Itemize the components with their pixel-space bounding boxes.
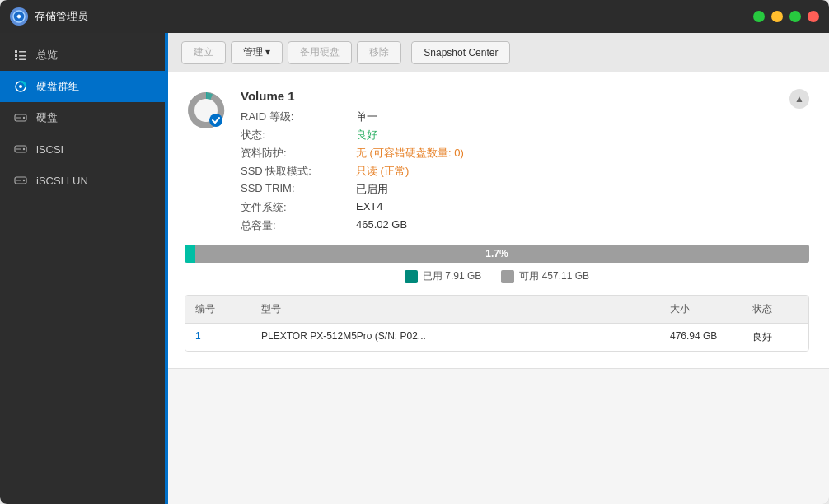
volume-properties: RAID 等级: 单一 状态: 良好 资料防护: 无 (可容错硬盘数量: 0) … xyxy=(241,110,776,233)
main-content: 总览 硬盘群组 xyxy=(0,33,829,504)
fullscreen-button[interactable] xyxy=(789,11,801,22)
sidebar-item-volume-group[interactable]: 硬盘群组 xyxy=(0,71,165,102)
sidebar-label-hdd: 硬盘 xyxy=(36,110,58,125)
cell-model: PLEXTOR PX-512M5Pro (S/N: P02... xyxy=(251,324,660,351)
col-header-status: 状态 xyxy=(742,296,808,323)
progress-legend: 已用 7.91 GB 可用 457.11 GB xyxy=(185,269,809,283)
maximize-button[interactable] xyxy=(771,11,783,22)
svg-point-14 xyxy=(23,148,25,150)
col-header-size: 大小 xyxy=(660,296,742,323)
prop-label-1: 状态: xyxy=(241,128,356,142)
svg-rect-3 xyxy=(19,51,26,53)
create-button[interactable]: 建立 xyxy=(181,41,226,64)
content-area: Volume 1 RAID 等级: 单一 状态: 良好 资料防护: 无 (可 xyxy=(168,72,829,504)
sidebar: 总览 硬盘群组 xyxy=(0,33,165,504)
progress-label: 1.7% xyxy=(485,248,508,259)
progress-bar: 1.7% xyxy=(185,245,809,263)
col-header-model: 型号 xyxy=(251,296,660,323)
collapse-button[interactable]: ▲ xyxy=(789,89,809,109)
prop-value-6: 465.02 GB xyxy=(356,218,776,233)
table-row: 1 PLEXTOR PX-512M5Pro (S/N: P02... 476.9… xyxy=(185,324,808,351)
progress-section: 1.7% 已用 7.91 GB 可用 457.11 GB xyxy=(185,245,809,283)
app-window: 存储管理员 总览 xyxy=(0,0,829,504)
prop-label-5: 文件系统: xyxy=(241,200,356,215)
prop-value-0: 单一 xyxy=(356,110,776,124)
app-title: 存储管理员 xyxy=(35,9,88,24)
svg-rect-6 xyxy=(15,58,17,60)
cell-size: 476.94 GB xyxy=(660,324,742,351)
legend-free: 可用 457.11 GB xyxy=(501,269,589,283)
prop-label-0: RAID 等级: xyxy=(241,110,356,124)
svg-point-21 xyxy=(209,114,222,127)
disk-table: 编号 型号 大小 状态 1 PLEXTOR PX-512M5Pro (S/N: … xyxy=(185,295,809,352)
manage-button[interactable]: 管理 ▾ xyxy=(231,41,283,64)
minimize-button[interactable] xyxy=(753,11,765,22)
prop-label-2: 资料防护: xyxy=(241,146,356,161)
toolbar: 建立 管理 ▾ 备用硬盘 移除 Snapshot Center xyxy=(168,33,829,72)
svg-rect-2 xyxy=(15,50,17,53)
app-icon xyxy=(10,7,28,26)
right-panel: 建立 管理 ▾ 备用硬盘 移除 Snapshot Center xyxy=(168,33,829,504)
backup-hdd-button[interactable]: 备用硬盘 xyxy=(288,41,352,64)
used-label: 已用 7.91 GB xyxy=(423,269,481,283)
free-label: 可用 457.11 GB xyxy=(519,269,589,283)
iscsi-icon xyxy=(13,142,28,156)
cell-status: 良好 xyxy=(742,324,808,351)
close-button[interactable] xyxy=(808,11,819,22)
used-color-swatch xyxy=(405,270,418,283)
svg-rect-7 xyxy=(19,59,26,61)
iscsi-lun-icon xyxy=(13,173,28,188)
disk-table-header: 编号 型号 大小 状态 xyxy=(185,296,808,324)
prop-value-3: 只读 (正常) xyxy=(356,164,776,179)
volume-title: Volume 1 xyxy=(241,89,776,103)
svg-point-1 xyxy=(17,15,21,18)
window-controls xyxy=(753,11,819,22)
svg-point-9 xyxy=(19,85,22,88)
snapshot-center-button[interactable]: Snapshot Center xyxy=(411,41,510,64)
svg-rect-5 xyxy=(19,55,26,57)
sidebar-item-hdd[interactable]: 硬盘 xyxy=(0,102,165,133)
legend-used: 已用 7.91 GB xyxy=(405,269,481,283)
volume-group-icon xyxy=(13,79,28,94)
sidebar-label-volume-group: 硬盘群组 xyxy=(36,79,79,94)
prop-value-1: 良好 xyxy=(356,128,776,142)
prop-value-5: EXT4 xyxy=(356,200,776,215)
list-icon xyxy=(13,48,28,63)
sidebar-label-iscsi-lun: iSCSI LUN xyxy=(36,175,88,187)
prop-value-4: 已启用 xyxy=(356,182,776,197)
volume-info: Volume 1 RAID 等级: 单一 状态: 良好 资料防护: 无 (可 xyxy=(241,89,776,233)
sidebar-label-iscsi: iSCSI xyxy=(36,143,63,156)
cell-number[interactable]: 1 xyxy=(185,324,251,351)
col-header-number: 编号 xyxy=(185,296,251,323)
prop-label-3: SSD 快取模式: xyxy=(241,164,356,179)
prop-label-6: 总容量: xyxy=(241,218,356,233)
hdd-icon xyxy=(13,110,28,125)
prop-value-2: 无 (可容错硬盘数量: 0) xyxy=(356,146,776,161)
svg-point-17 xyxy=(23,180,25,181)
svg-rect-4 xyxy=(15,54,17,57)
volume-icon xyxy=(185,89,227,132)
sidebar-item-iscsi-lun[interactable]: iSCSI LUN xyxy=(0,165,165,196)
sidebar-item-iscsi[interactable]: iSCSI xyxy=(0,133,165,165)
prop-label-4: SSD TRIM: xyxy=(241,182,356,197)
free-color-swatch xyxy=(501,270,514,283)
sidebar-label-overview: 总览 xyxy=(36,48,58,63)
title-bar: 存储管理员 xyxy=(0,0,829,33)
volume-card: Volume 1 RAID 等级: 单一 状态: 良好 资料防护: 无 (可 xyxy=(168,72,829,369)
delete-button[interactable]: 移除 xyxy=(357,41,401,64)
progress-bar-fill xyxy=(185,245,195,263)
sidebar-item-overview[interactable]: 总览 xyxy=(0,40,165,71)
svg-point-11 xyxy=(23,117,25,119)
volume-header: Volume 1 RAID 等级: 单一 状态: 良好 资料防护: 无 (可 xyxy=(185,89,809,233)
